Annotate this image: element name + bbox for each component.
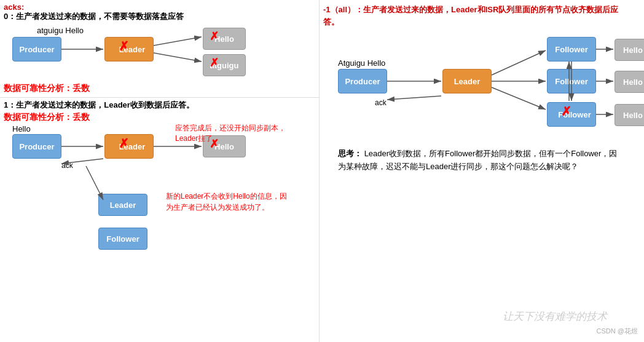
right-hello2: Hello	[615, 71, 644, 93]
section1-leader: Leader ✗	[104, 134, 154, 159]
right-panel: -1（all）：生产者发送过来的数据，Leader和ISR队列里面的所有节点收齐…	[320, 0, 644, 342]
section1-reliability: 数据可靠性分析：丢数	[4, 112, 90, 123]
section1-red-note: 应答完成后，还没开始同步副本，Leader挂了	[175, 123, 286, 144]
thought-title: 思考：	[338, 149, 362, 158]
svg-line-13	[387, 96, 441, 100]
section0-top-label: atguigu Hello	[37, 26, 84, 35]
section0-reliability: 数据可靠性分析：丢数	[4, 83, 90, 94]
right-thought: 思考： Leader收到数据，所有Follower都开始同步数据，但有一个Fol…	[338, 148, 621, 173]
svg-line-3	[154, 37, 202, 46]
csdn-label: CSDN @花煜	[597, 327, 638, 336]
right-top-follower: Follower	[547, 37, 596, 62]
svg-line-4	[154, 53, 202, 62]
section0-atguigu-label: atguigu	[210, 61, 239, 70]
watermark: 让天下没有难学的技术	[503, 309, 607, 324]
right-bottom-follower-label: Follower	[552, 110, 591, 119]
right-leader: Leader	[442, 69, 492, 93]
right-title: -1（all）：生产者发送过来的数据，Leader和ISR队列里面的所有节点收齐…	[323, 4, 630, 28]
section0-atguigu: atguigu ✗	[203, 54, 246, 76]
section0-hello1: Hello ✗	[203, 28, 246, 50]
section0-title: 0：生产者发送过来的数据，不需要等数据落盘应答	[4, 11, 184, 22]
section0-leader-label: Leader	[113, 45, 146, 54]
section1-follower: Follower	[98, 228, 147, 250]
section1-title: 1：生产者发送过来的数据，Leader收到数据后应答。	[4, 100, 194, 111]
section0-leader: Leader ✗	[104, 37, 154, 62]
right-ack: ack	[375, 98, 387, 107]
svg-line-16	[492, 87, 546, 109]
section1-new-leader: Leader	[98, 194, 147, 216]
acks-label: acks:	[4, 2, 24, 12]
page-container: acks: 0：生产者发送过来的数据，不需要等数据落盘应答 atguigu He…	[0, 0, 644, 342]
section0-producer: Producer	[12, 37, 61, 62]
section1-producer: Producer	[12, 134, 61, 159]
thought-text: Leader收到数据，所有Follower都开始同步数据，但有一个Followe…	[338, 149, 617, 171]
section1-ack: ack	[61, 161, 73, 170]
left-panel: acks: 0：生产者发送过来的数据，不需要等数据落盘应答 atguigu He…	[0, 0, 320, 342]
right-bottom-follower: Follower ✗	[547, 102, 596, 127]
right-producer: Producer	[338, 69, 387, 93]
right-atguigu-hello: Atguigu Hello	[338, 58, 385, 68]
section1-hello-top: Hello	[12, 124, 31, 133]
section0-hello1-label: Hello	[214, 34, 234, 44]
divider	[0, 97, 319, 98]
right-hello3: Hello	[615, 104, 644, 126]
right-mid-follower: Follower	[547, 69, 596, 93]
section1-red-note2: 新的Leader不会收到Hello的信息，因为生产者已经认为发送成功了。	[166, 191, 289, 213]
section1-leader-label: Leader	[113, 142, 146, 151]
svg-line-14	[492, 50, 546, 75]
right-hello1: Hello	[615, 39, 644, 61]
